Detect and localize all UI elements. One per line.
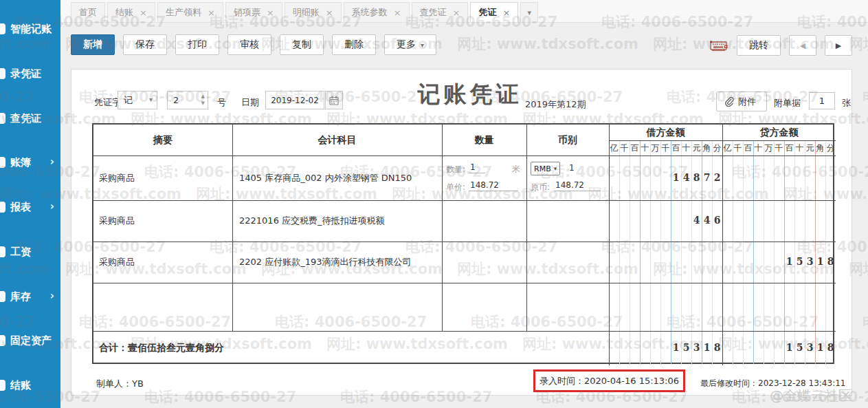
submenu-arrow-icon: › [50,200,54,213]
sidebar-item-6[interactable]: 工资 [0,245,60,260]
tab-label: 生产领料 [166,6,201,19]
total-debit-digit: 8 [712,342,722,353]
debit-digit-label: 百 [671,142,681,154]
add-voucher-button[interactable]: 新增 [71,34,115,55]
sidebar-item-4[interactable]: 账簿› [0,155,60,171]
sidebar-item-label: 结账 [10,379,31,392]
chevron-down-icon: ▾ [421,41,424,49]
voucher-word-value: 记 [124,94,133,107]
spinner-up-icon[interactable]: ▲ [201,93,205,100]
sidebar-item-7[interactable]: 库存› [0,290,60,305]
voucher-title: 记账凭证 [410,79,530,110]
original-currency-value[interactable]: 148.72 [554,180,601,191]
unit-price-value[interactable]: 148.72 [469,180,518,191]
keyboard-shortcut-icon[interactable] [709,39,728,52]
close-icon[interactable]: × [208,8,215,18]
credit-digit-label: 分 [825,142,836,154]
tab-label: 系统参数 [352,6,388,19]
account-cell[interactable]: 2221016 应交税费_待抵扣进项税额 [239,200,385,241]
sidebar-item-1[interactable]: 智能记账 [0,22,60,37]
sidebar-item-9[interactable]: 结账 [0,378,60,394]
table-column-line [722,125,723,365]
credit-digit-label: 十 [794,142,805,154]
account-cell[interactable]: 1405 库存商品_002 内外涂塑钢管 DN150 [239,155,412,200]
close-icon[interactable]: × [140,8,147,18]
exchange-rate-value[interactable]: 1 [569,163,575,173]
debit-digit-label: 千 [660,142,671,154]
sidebar-module-icon [0,113,5,124]
summary-cell[interactable]: 采购商品 [99,241,135,283]
quantity-cell[interactable]: 数量:1米单价:148.72 [442,155,526,200]
sidebar-module-icon [0,335,5,346]
sidebar-module-icon [0,380,5,391]
sidebar-item-5[interactable]: 报表› [0,200,60,215]
debit-digit-label: 万 [650,142,660,154]
attached-docs-label: 附单据 [774,97,801,109]
close-icon[interactable]: × [394,8,401,18]
jump-button[interactable]: 跳转 [737,35,781,56]
debit-digit-label: 百 [630,142,640,154]
currency-select[interactable]: RMB▾ [531,162,560,175]
tab-查凭证[interactable]: 查凭证× [412,2,469,22]
toolbar-button-删除[interactable]: 删除 [332,34,376,55]
voucher-period: 2019年第12期 [525,98,586,111]
voucher-word-select[interactable]: 记 ▾ [118,91,157,109]
next-voucher-button[interactable]: ▶ [825,35,852,56]
creator-label: 制单人： [96,378,132,389]
header-debit: 借方金额 [609,125,722,140]
tab-首页[interactable]: 首页 [71,2,105,22]
header-currency: 币别 [526,125,609,155]
tab-生产领料[interactable]: 生产领料× [157,2,223,22]
tab-明细账[interactable]: 明细账× [285,2,342,22]
close-icon[interactable]: × [453,8,460,18]
attached-docs-input[interactable]: 1 [809,92,835,109]
prev-voucher-button[interactable]: ◀ [789,35,816,56]
credit-amount-digit: 1 [815,256,825,267]
attachment-button[interactable]: 附件 [716,92,767,111]
debit-amount-digit: 2 [712,172,722,183]
header-credit: 贷方金额 [722,125,836,140]
tab-bar: 首页结账×生产领料×销项票×明细账×系统参数×查凭证×凭证×▾ [60,0,868,23]
debit-digit-label: 十 [640,142,650,154]
tab-系统参数[interactable]: 系统参数× [344,2,410,22]
total-row-label: 合计：壹佰伍拾叁元壹角捌分 [99,331,224,365]
close-icon[interactable]: × [267,8,274,18]
tab-销项票[interactable]: 销项票× [225,2,282,22]
tab-overflow-button[interactable]: ▾ [520,2,538,22]
app-root: 智能记账录凭证查凭证账簿›报表›工资库存›固定资产结账 首页结账×生产领料×销项… [0,0,868,408]
watermark-site-text: 网址: www.tdxsoft.com [457,34,638,54]
toolbar-button-保存[interactable]: 保存 [123,34,167,55]
quantity-value[interactable]: 1 [469,162,485,173]
currency-cell[interactable]: RMB▾1原币:148.72 [526,155,609,200]
sidebar-item-8[interactable]: 固定资产 [0,334,60,349]
watermark-phone-text: 电话: 4006-6500-27 [863,312,868,332]
toolbar-button-打印[interactable]: 打印 [175,34,219,55]
sidebar-item-3[interactable]: 查凭证 [0,111,60,127]
spinner-down-icon[interactable]: ▼ [201,100,205,107]
toolbar-button-复制[interactable]: 复制 [280,34,324,55]
calendar-button[interactable] [325,91,343,109]
sidebar-item-label: 查凭证 [10,112,41,125]
credit-amount-digit: 5 [794,256,805,267]
sidebar-item-2[interactable]: 录凭证 [0,67,60,82]
summary-cell[interactable]: 采购商品 [99,200,135,241]
close-icon[interactable]: × [326,8,333,18]
toolbar-button-审核[interactable]: 审核 [227,34,271,55]
credit-digit-label: 百 [743,142,753,154]
summary-cell[interactable]: 采购商品 [99,155,135,200]
total-debit-digit: 1 [702,342,712,353]
tab-结账[interactable]: 结账× [107,2,155,22]
date-input[interactable]: 2019-12-02 [265,91,324,109]
total-credit-digit: 5 [794,342,805,353]
close-icon[interactable]: × [502,8,510,18]
chevron-down-icon: ▾ [528,8,532,17]
voucher-number-input[interactable]: 2 ▲ ▼ [167,91,208,109]
debit-amount-digit: 4 [691,215,702,226]
debit-digit-label: 元 [691,142,702,154]
toolbar-button-更多[interactable]: 更多▾ [384,34,436,55]
creator-value: YB [132,378,144,389]
submenu-arrow-icon: › [50,155,54,168]
paperclip-icon [724,96,734,107]
tab-凭证[interactable]: 凭证× [470,2,518,22]
account-cell[interactable]: 2202 应付账款_193滴滴出行科技有限公司 [239,241,412,283]
